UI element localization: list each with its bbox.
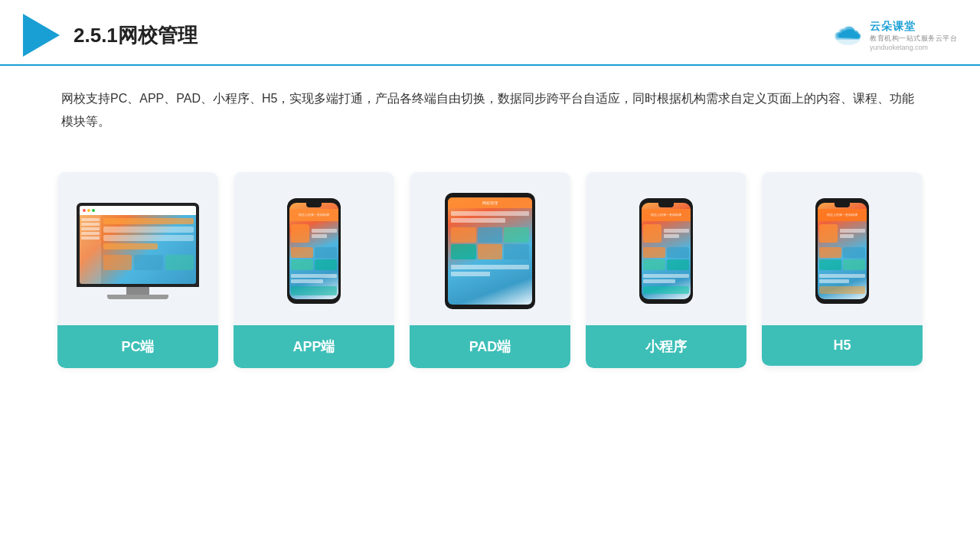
header-right: 云朵课堂 教育机构一站式服务云平台 yunduoketang.com — [831, 20, 957, 51]
card-app-image: 职达人的第一堂训练课 — [234, 172, 394, 325]
card-miniprogram: 职达人的第一堂训练课 — [586, 172, 746, 368]
cards-container: PC端 职达人的第一堂训练课 — [0, 149, 980, 368]
card-pc-image — [57, 172, 218, 325]
card-h5-image: 职达人的第一堂训练课 — [762, 172, 923, 325]
logo-triangle-icon — [23, 14, 60, 57]
brand-name: 云朵课堂 — [870, 20, 916, 34]
card-pc: PC端 — [57, 172, 218, 368]
brand-text: 云朵课堂 教育机构一站式服务云平台 yunduoketang.com — [870, 20, 957, 51]
phone-mockup-app: 职达人的第一堂训练课 — [287, 198, 341, 304]
card-miniprogram-image: 职达人的第一堂训练课 — [586, 172, 746, 325]
card-app: 职达人的第一堂训练课 — [234, 172, 394, 368]
pc-mockup — [77, 203, 199, 299]
card-pad: 网校管理 — [410, 172, 570, 368]
phone-mockup-h5: 职达人的第一堂训练课 — [815, 198, 869, 304]
phone-mockup-mini: 职达人的第一堂训练课 — [639, 198, 693, 304]
card-pad-label: PAD端 — [410, 325, 570, 368]
card-miniprogram-label: 小程序 — [586, 325, 746, 368]
header: 2.5.1网校管理 云朵课堂 教育机构一站式服务云平台 yunduoketang… — [0, 0, 980, 66]
card-h5-label: H5 — [762, 325, 923, 366]
ipad-mockup: 网校管理 — [445, 193, 535, 309]
brand-tagline: 教育机构一站式服务云平台 — [870, 34, 957, 44]
card-pc-label: PC端 — [57, 325, 218, 368]
page-title: 2.5.1网校管理 — [74, 22, 198, 49]
description-text: 网校支持PC、APP、PAD、小程序、H5，实现多端打通，产品各终端自由切换，数… — [0, 66, 980, 142]
card-app-label: APP端 — [234, 325, 394, 368]
card-h5: 职达人的第一堂训练课 — [762, 172, 923, 368]
brand-url: yunduoketang.com — [870, 44, 928, 51]
cloud-icon — [831, 23, 865, 47]
header-left: 2.5.1网校管理 — [23, 14, 198, 57]
brand-logo: 云朵课堂 教育机构一站式服务云平台 yunduoketang.com — [831, 20, 957, 51]
card-pad-image: 网校管理 — [410, 172, 570, 325]
